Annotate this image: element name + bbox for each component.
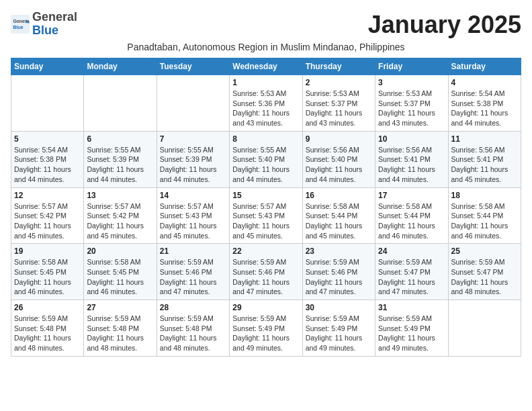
calendar-cell: 27Sunrise: 5:59 AM Sunset: 5:48 PM Dayli… bbox=[84, 300, 157, 357]
day-number: 13 bbox=[87, 191, 153, 200]
calendar-cell: 20Sunrise: 5:58 AM Sunset: 5:45 PM Dayli… bbox=[84, 244, 157, 300]
day-info: Sunrise: 5:53 AM Sunset: 5:37 PM Dayligh… bbox=[378, 89, 445, 128]
day-info: Sunrise: 5:59 AM Sunset: 5:48 PM Dayligh… bbox=[160, 314, 226, 353]
day-number: 3 bbox=[378, 78, 445, 87]
day-number: 5 bbox=[14, 134, 81, 144]
weekday-header-friday: Friday bbox=[375, 58, 448, 75]
calendar-cell: 7Sunrise: 5:55 AM Sunset: 5:39 PM Daylig… bbox=[157, 131, 229, 187]
calendar-cell: 31Sunrise: 5:59 AM Sunset: 5:49 PM Dayli… bbox=[375, 300, 448, 357]
day-number: 6 bbox=[87, 134, 153, 144]
day-info: Sunrise: 5:56 AM Sunset: 5:40 PM Dayligh… bbox=[306, 145, 372, 185]
day-info: Sunrise: 5:59 AM Sunset: 5:46 PM Dayligh… bbox=[160, 257, 226, 297]
day-number: 14 bbox=[160, 191, 226, 200]
logo-icon: General Blue bbox=[11, 15, 30, 34]
day-number: 17 bbox=[378, 191, 445, 200]
day-info: Sunrise: 5:55 AM Sunset: 5:40 PM Dayligh… bbox=[232, 145, 299, 185]
calendar-cell: 8Sunrise: 5:55 AM Sunset: 5:40 PM Daylig… bbox=[230, 131, 302, 187]
day-number: 15 bbox=[232, 191, 299, 200]
weekday-header-monday: Monday bbox=[84, 58, 157, 75]
day-number: 24 bbox=[378, 246, 445, 256]
day-number: 27 bbox=[87, 303, 153, 312]
day-number: 12 bbox=[14, 191, 81, 200]
calendar-cell: 14Sunrise: 5:57 AM Sunset: 5:43 PM Dayli… bbox=[157, 187, 229, 244]
calendar-cell: 16Sunrise: 5:58 AM Sunset: 5:44 PM Dayli… bbox=[302, 187, 375, 244]
day-info: Sunrise: 5:59 AM Sunset: 5:49 PM Dayligh… bbox=[306, 314, 372, 353]
day-info: Sunrise: 5:59 AM Sunset: 5:49 PM Dayligh… bbox=[232, 314, 299, 353]
week-row-1: 1Sunrise: 5:53 AM Sunset: 5:36 PM Daylig… bbox=[11, 75, 521, 132]
day-number: 10 bbox=[378, 134, 445, 144]
calendar-table: SundayMondayTuesdayWednesdayThursdayFrid… bbox=[11, 58, 521, 357]
day-number: 1 bbox=[232, 78, 299, 87]
day-number: 23 bbox=[306, 246, 372, 256]
calendar-cell: 10Sunrise: 5:56 AM Sunset: 5:41 PM Dayli… bbox=[375, 131, 448, 187]
calendar-cell: 24Sunrise: 5:59 AM Sunset: 5:47 PM Dayli… bbox=[375, 244, 448, 300]
calendar-cell: 23Sunrise: 5:59 AM Sunset: 5:46 PM Dayli… bbox=[302, 244, 375, 300]
calendar-cell: 29Sunrise: 5:59 AM Sunset: 5:49 PM Dayli… bbox=[230, 300, 302, 357]
weekday-header-saturday: Saturday bbox=[448, 58, 521, 75]
day-number: 19 bbox=[14, 246, 81, 256]
day-info: Sunrise: 5:59 AM Sunset: 5:47 PM Dayligh… bbox=[378, 257, 445, 297]
calendar-cell: 18Sunrise: 5:58 AM Sunset: 5:44 PM Dayli… bbox=[448, 187, 521, 244]
calendar-cell: 13Sunrise: 5:57 AM Sunset: 5:42 PM Dayli… bbox=[84, 187, 157, 244]
day-info: Sunrise: 5:53 AM Sunset: 5:36 PM Dayligh… bbox=[232, 89, 299, 128]
week-row-2: 5Sunrise: 5:54 AM Sunset: 5:38 PM Daylig… bbox=[11, 131, 521, 187]
day-info: Sunrise: 5:57 AM Sunset: 5:43 PM Dayligh… bbox=[232, 201, 299, 241]
day-info: Sunrise: 5:58 AM Sunset: 5:45 PM Dayligh… bbox=[87, 257, 153, 297]
day-info: Sunrise: 5:56 AM Sunset: 5:41 PM Dayligh… bbox=[451, 145, 518, 185]
weekday-header-thursday: Thursday bbox=[302, 58, 375, 75]
day-info: Sunrise: 5:57 AM Sunset: 5:42 PM Dayligh… bbox=[14, 201, 81, 241]
day-info: Sunrise: 5:57 AM Sunset: 5:42 PM Dayligh… bbox=[87, 201, 153, 241]
calendar-cell: 15Sunrise: 5:57 AM Sunset: 5:43 PM Dayli… bbox=[230, 187, 302, 244]
day-number: 26 bbox=[14, 303, 81, 312]
calendar-cell bbox=[84, 75, 157, 132]
calendar-cell: 3Sunrise: 5:53 AM Sunset: 5:37 PM Daylig… bbox=[375, 75, 448, 132]
day-number: 7 bbox=[160, 134, 226, 144]
calendar-cell: 28Sunrise: 5:59 AM Sunset: 5:48 PM Dayli… bbox=[157, 300, 229, 357]
day-info: Sunrise: 5:59 AM Sunset: 5:48 PM Dayligh… bbox=[14, 314, 81, 353]
week-row-4: 19Sunrise: 5:58 AM Sunset: 5:45 PM Dayli… bbox=[11, 244, 521, 300]
logo-general-text: General bbox=[32, 10, 77, 24]
day-number: 16 bbox=[306, 191, 372, 200]
calendar-cell: 9Sunrise: 5:56 AM Sunset: 5:40 PM Daylig… bbox=[302, 131, 375, 187]
weekday-header-row: SundayMondayTuesdayWednesdayThursdayFrid… bbox=[11, 58, 521, 75]
day-number: 8 bbox=[232, 134, 299, 144]
calendar-cell: 6Sunrise: 5:55 AM Sunset: 5:39 PM Daylig… bbox=[84, 131, 157, 187]
calendar-cell: 2Sunrise: 5:53 AM Sunset: 5:37 PM Daylig… bbox=[302, 75, 375, 132]
month-title: January 2025 bbox=[368, 11, 521, 39]
day-info: Sunrise: 5:58 AM Sunset: 5:44 PM Dayligh… bbox=[451, 201, 518, 241]
day-info: Sunrise: 5:58 AM Sunset: 5:45 PM Dayligh… bbox=[14, 257, 81, 297]
day-number: 28 bbox=[160, 303, 226, 312]
calendar-cell: 30Sunrise: 5:59 AM Sunset: 5:49 PM Dayli… bbox=[302, 300, 375, 357]
day-number: 31 bbox=[378, 303, 445, 312]
calendar-cell: 11Sunrise: 5:56 AM Sunset: 5:41 PM Dayli… bbox=[448, 131, 521, 187]
day-info: Sunrise: 5:58 AM Sunset: 5:44 PM Dayligh… bbox=[306, 201, 372, 241]
location-subtitle: Panadtaban, Autonomous Region in Muslim … bbox=[11, 42, 521, 52]
day-number: 21 bbox=[160, 246, 226, 256]
calendar-cell: 22Sunrise: 5:59 AM Sunset: 5:46 PM Dayli… bbox=[230, 244, 302, 300]
weekday-header-tuesday: Tuesday bbox=[157, 58, 229, 75]
day-info: Sunrise: 5:57 AM Sunset: 5:43 PM Dayligh… bbox=[160, 201, 226, 241]
day-info: Sunrise: 5:59 AM Sunset: 5:49 PM Dayligh… bbox=[378, 314, 445, 353]
day-info: Sunrise: 5:54 AM Sunset: 5:38 PM Dayligh… bbox=[451, 89, 518, 128]
calendar-cell: 25Sunrise: 5:59 AM Sunset: 5:47 PM Dayli… bbox=[448, 244, 521, 300]
logo: General Blue General Blue bbox=[11, 11, 77, 38]
day-number: 11 bbox=[451, 134, 518, 144]
day-number: 2 bbox=[306, 78, 372, 87]
day-info: Sunrise: 5:55 AM Sunset: 5:39 PM Dayligh… bbox=[160, 145, 226, 185]
calendar-cell: 21Sunrise: 5:59 AM Sunset: 5:46 PM Dayli… bbox=[157, 244, 229, 300]
day-number: 30 bbox=[306, 303, 372, 312]
svg-text:Blue: Blue bbox=[13, 25, 24, 30]
logo-blue-text: Blue bbox=[32, 24, 58, 37]
calendar-cell bbox=[11, 75, 84, 132]
day-info: Sunrise: 5:56 AM Sunset: 5:41 PM Dayligh… bbox=[378, 145, 445, 185]
day-info: Sunrise: 5:59 AM Sunset: 5:48 PM Dayligh… bbox=[87, 314, 153, 353]
calendar-cell bbox=[448, 300, 521, 357]
calendar-cell: 1Sunrise: 5:53 AM Sunset: 5:36 PM Daylig… bbox=[230, 75, 302, 132]
calendar-cell: 26Sunrise: 5:59 AM Sunset: 5:48 PM Dayli… bbox=[11, 300, 84, 357]
weekday-header-wednesday: Wednesday bbox=[230, 58, 302, 75]
calendar-cell: 19Sunrise: 5:58 AM Sunset: 5:45 PM Dayli… bbox=[11, 244, 84, 300]
day-number: 25 bbox=[451, 246, 518, 256]
weekday-header-sunday: Sunday bbox=[11, 58, 84, 75]
calendar-cell: 17Sunrise: 5:58 AM Sunset: 5:44 PM Dayli… bbox=[375, 187, 448, 244]
day-number: 9 bbox=[306, 134, 372, 144]
